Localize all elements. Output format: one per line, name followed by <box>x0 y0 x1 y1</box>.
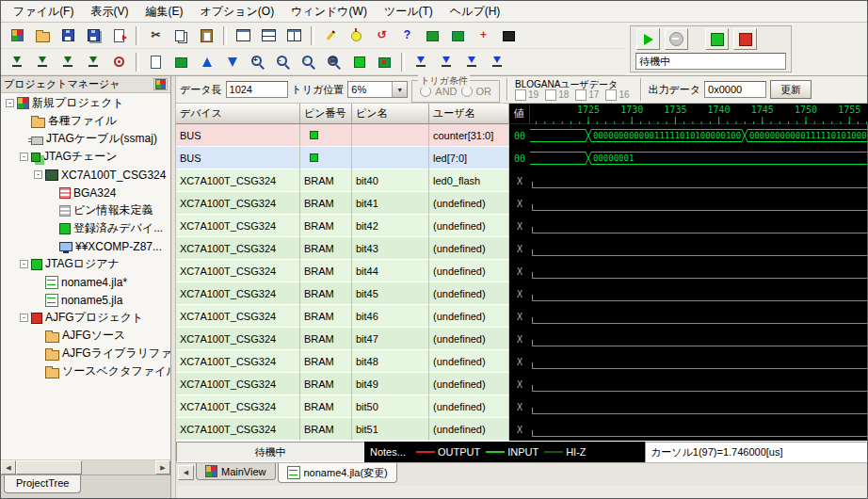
tree-expander[interactable]: - <box>20 314 28 322</box>
tree-item[interactable]: noname5.jla <box>1 291 170 309</box>
zoom-range-button[interactable]: ▤ <box>322 51 346 72</box>
tab-projecttree[interactable]: ProjectTree <box>4 475 81 493</box>
waveform-cell[interactable]: 00000001 <box>530 147 867 169</box>
signal-row[interactable]: XC7A100T_CSG324BRAMbit46(undefined)X <box>176 305 867 328</box>
waveform-cell[interactable] <box>530 350 867 373</box>
tree-item[interactable]: -AJFGプロジェクト <box>1 309 170 327</box>
zoom-fit-button[interactable]: ▫ <box>297 51 320 72</box>
move-up-button[interactable] <box>195 51 218 72</box>
open-file-button[interactable] <box>31 24 55 46</box>
signal-row[interactable]: XC7A100T_CSG324BRAMbit49(undefined)X <box>176 373 867 395</box>
capture-off-button[interactable] <box>733 28 757 50</box>
save-button[interactable] <box>56 24 80 46</box>
tree-expander[interactable]: - <box>20 260 28 268</box>
panel-menu-button[interactable] <box>153 78 168 90</box>
capture-on-button[interactable] <box>705 28 729 50</box>
menu-item[interactable]: ヘルプ(H) <box>442 1 509 23</box>
tab-scroll-left-button[interactable]: ◀ <box>178 465 194 480</box>
tree-item[interactable]: AJFGライブラリファイ... <box>1 345 170 362</box>
tree-item[interactable]: AJFGソース <box>1 327 170 345</box>
waveform-cell[interactable]: 0000000000001111101010000010000000000000… <box>530 124 867 147</box>
signal-row[interactable]: XC7A100T_CSG324BRAMbit40led0_flashX <box>176 169 867 192</box>
menu-item[interactable]: ファイル(F) <box>5 1 82 23</box>
menu-item[interactable]: オプション(O) <box>191 1 282 23</box>
jtag-device-button[interactable] <box>373 51 396 72</box>
cut-button[interactable]: ✂ <box>144 24 168 46</box>
bram-view-button[interactable] <box>169 51 193 72</box>
waveform-cell[interactable] <box>530 395 867 418</box>
write-device-3-button[interactable] <box>56 51 80 72</box>
export-wave-4-button[interactable] <box>486 51 509 72</box>
device-black-button[interactable] <box>497 24 521 46</box>
export-file-button[interactable] <box>107 24 131 46</box>
waveform-cell[interactable] <box>530 282 867 305</box>
chevron-down-icon[interactable]: ▼ <box>392 82 407 97</box>
new-doc-button[interactable] <box>144 51 168 72</box>
tree-hscrollbar[interactable]: ◀ ▶ <box>1 459 170 475</box>
tab-noname4-jla-[interactable]: noname4.jla(変更) <box>278 463 397 483</box>
menu-item[interactable]: ツール(T) <box>376 1 442 23</box>
waveform-cell[interactable] <box>530 192 867 215</box>
tree-expander[interactable]: - <box>20 153 28 161</box>
trigger-point-button[interactable] <box>107 51 131 72</box>
write-device-1-button[interactable] <box>6 51 29 72</box>
signal-row[interactable]: XC7A100T_CSG324BRAMbit48(undefined)X <box>176 350 867 373</box>
paste-button[interactable] <box>195 24 218 46</box>
signal-row[interactable]: BUScounter[31:0]000000000000001111101010… <box>176 124 867 147</box>
tab-mainview[interactable]: MainView <box>196 463 276 480</box>
user-data-bit-18-checkbox[interactable] <box>545 89 556 101</box>
tile-window-button[interactable] <box>232 24 255 46</box>
waveform-cell[interactable] <box>530 215 867 237</box>
scroll-thumb[interactable] <box>16 460 82 475</box>
scroll-left-button[interactable]: ◀ <box>1 460 16 475</box>
probe-button[interactable] <box>345 24 368 46</box>
signal-row[interactable]: XC7A100T_CSG324BRAMbit42(undefined)X <box>176 215 867 237</box>
waveform-viewer[interactable]: BUScounter[31:0]000000000000001111101010… <box>176 124 867 441</box>
signal-row[interactable]: XC7A100T_CSG324BRAMbit50(undefined)X <box>176 395 867 418</box>
tile-horizontal-button[interactable] <box>257 24 281 46</box>
waveform-cell[interactable] <box>530 169 867 192</box>
signal-row[interactable]: XC7A100T_CSG324BRAMbit43(undefined)X <box>176 237 867 260</box>
waveform-cell[interactable] <box>530 260 867 282</box>
move-down-button[interactable] <box>220 51 244 72</box>
menu-item[interactable]: 編集(E) <box>137 1 191 23</box>
export-wave-1-button[interactable] <box>410 51 433 72</box>
signal-row[interactable]: XC7A100T_CSG324BRAMbit47(undefined)X <box>176 328 867 350</box>
waveform-cell[interactable] <box>530 328 867 350</box>
write-device-4-button[interactable] <box>82 51 105 72</box>
tree-item[interactable]: noname4.jla* <box>1 273 170 291</box>
tree-item[interactable]: BGA324 <box>1 184 170 201</box>
run-button[interactable] <box>636 28 660 50</box>
user-data-bit-17-checkbox[interactable] <box>575 89 587 101</box>
menu-item[interactable]: 表示(V) <box>82 1 137 23</box>
tree-item[interactable]: ソースベクタファイル <box>1 362 170 380</box>
tree-item[interactable]: ピン情報未定義 <box>1 201 170 219</box>
new-project-button[interactable] <box>6 24 29 46</box>
waveform-cell[interactable] <box>530 237 867 260</box>
edit-pencil-button[interactable] <box>319 24 343 46</box>
user-data-bit-16-checkbox[interactable] <box>605 89 617 101</box>
waveform-cell[interactable] <box>530 373 867 395</box>
tile-vertical-button[interactable] <box>282 24 306 46</box>
acquisition-status-field[interactable] <box>635 53 786 70</box>
device-query-button[interactable]: ? <box>395 24 419 46</box>
signal-row[interactable]: BUSled[7:0]0000000001 <box>176 147 867 169</box>
signal-row[interactable]: XC7A100T_CSG324BRAMbit45(undefined)X <box>176 282 867 305</box>
tree-item[interactable]: ¥¥XCOMP-Z87... <box>1 237 170 255</box>
scroll-right-button[interactable]: ▶ <box>155 460 170 475</box>
trigger-position-select[interactable]: 6% ▼ <box>347 81 408 98</box>
save-all-button[interactable] <box>82 24 105 46</box>
scroll-track[interactable] <box>16 460 155 475</box>
tree-item[interactable]: 各種ファイル <box>1 112 170 130</box>
stop-button[interactable] <box>665 28 688 50</box>
tree-item[interactable]: -XC7A100T_CSG324 <box>1 166 170 184</box>
output-data-input[interactable] <box>704 81 766 98</box>
zoom-in-button[interactable]: + <box>246 51 269 72</box>
bram-write-button[interactable] <box>446 24 470 46</box>
tree-expander[interactable]: - <box>34 170 42 179</box>
add-device-button[interactable]: + <box>472 24 495 46</box>
write-device-2-button[interactable] <box>31 51 55 72</box>
tree-item[interactable]: JTAGケーブル(ssmaj) <box>1 130 170 148</box>
zoom-out-button[interactable]: - <box>271 51 295 72</box>
copy-button[interactable] <box>169 24 193 46</box>
